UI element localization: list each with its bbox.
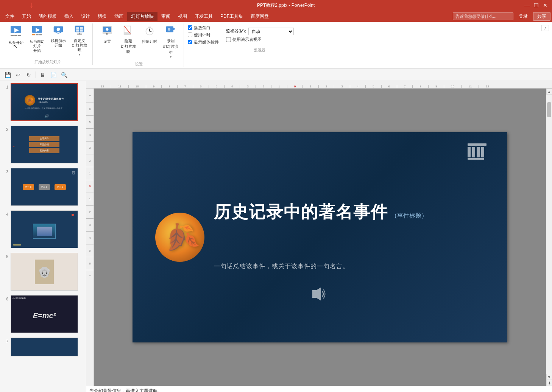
settings-button[interactable]: 设置 xyxy=(97,23,117,46)
slide-num-2: 2 xyxy=(3,126,8,132)
hide-slide-icon xyxy=(123,25,134,38)
online-present-button[interactable]: 联机演示开始 xyxy=(48,23,68,49)
checkbox-group: 播放旁白 使用计时 显示媒体控件 xyxy=(188,23,219,46)
slide-thumb-2[interactable]: 2 公司简介 产品介绍 案例内容 • xyxy=(0,123,86,166)
cursor-indicator: ↖ xyxy=(13,43,18,50)
close-button[interactable]: ✕ xyxy=(541,2,549,8)
menu-pdf[interactable]: PDF工具集 xyxy=(217,12,247,21)
menu-devtools[interactable]: 开发工具 xyxy=(191,12,217,21)
checkbox-playback[interactable] xyxy=(188,25,192,30)
checkbox-playback-label[interactable]: 播放旁白 xyxy=(188,25,219,31)
menu-design[interactable]: 设计 xyxy=(77,12,94,21)
svg-marker-40 xyxy=(312,288,321,300)
settings-label: 设置 xyxy=(103,39,111,44)
notes-area[interactable]: 先介绍背景信息，再进入主题讲解。 xyxy=(86,386,552,392)
svg-point-22 xyxy=(106,28,109,31)
record-icon xyxy=(165,25,176,38)
minimize-button[interactable]: — xyxy=(523,2,531,8)
window-controls: — ❐ ✕ xyxy=(523,2,549,8)
annotation-arrow2: ↑ xyxy=(29,1,34,11)
slide-thumb-4[interactable]: 4 xyxy=(0,208,86,250)
svg-rect-9 xyxy=(39,34,42,35)
login-button[interactable]: 登录 xyxy=(516,12,530,20)
record-button[interactable]: 录制幻灯片演示 ▼ xyxy=(161,23,181,60)
slide-tagline: 一句话总结该事件，或关于该事件的一句名言。 xyxy=(214,263,349,271)
slide-preview-6: 此处图片的标题 E=mc² xyxy=(11,295,78,333)
ribbon-collapse-button[interactable]: ∧ xyxy=(541,25,549,31)
slide-num-6: 6 xyxy=(3,295,8,301)
slide-thumb-7[interactable]: 7 xyxy=(0,335,86,356)
presenter-view-checkbox[interactable] xyxy=(226,37,231,42)
record-label: 录制幻灯片演示 xyxy=(162,39,180,54)
svg-point-11 xyxy=(57,28,60,31)
svg-rect-4 xyxy=(18,35,21,36)
slide-thumb-1[interactable]: 1 🍂 历史记录中的著名事件 （事件标题） 一句话总结该事件，或关于该事件的一句… xyxy=(0,81,86,123)
qa-btn5[interactable]: 📄 xyxy=(49,70,58,79)
slide-background: 🍂 历史记录中的著名事件 （事件标题） 一句话总结该事件，或关于该事件的一句名言… xyxy=(133,132,507,342)
restore-button[interactable]: ❐ xyxy=(532,2,540,8)
menu-start[interactable]: 开始 xyxy=(18,12,35,21)
menu-insert[interactable]: 插入 xyxy=(61,12,77,21)
checkbox-media[interactable] xyxy=(188,40,192,44)
menu-baidu[interactable]: 百度网盘 xyxy=(247,12,273,21)
save-button[interactable]: 💾 xyxy=(3,70,12,79)
share-button[interactable]: 共享 xyxy=(533,12,550,21)
menu-transition[interactable]: 切换 xyxy=(94,12,111,21)
menu-template[interactable]: 我的模板 xyxy=(35,12,61,21)
slide-num-3: 3 xyxy=(3,168,8,174)
qa-btn4[interactable]: 🖥 xyxy=(38,70,47,79)
svg-rect-13 xyxy=(76,27,79,30)
quick-access-bar: 💾 ↩ ↻ 🖥 📄 🔍 xyxy=(0,69,552,81)
slide-thumb-6[interactable]: 6 此处图片的标题 E=mc² xyxy=(0,293,86,335)
ribbon-group3-content: 播放旁白 使用计时 显示媒体控件 xyxy=(188,23,219,51)
from-current-button[interactable]: 从当前幻灯片开始 xyxy=(27,23,47,54)
svg-rect-14 xyxy=(80,27,83,30)
slide-canvas[interactable]: 🍂 历史记录中的著名事件 （事件标题） 一句话总结该事件，或关于该事件的一句名言… xyxy=(133,132,507,342)
slide-num-1: 1 xyxy=(3,83,8,89)
checkbox-timing-label[interactable]: 使用计时 xyxy=(188,32,219,38)
scroll-thumb[interactable] xyxy=(547,102,551,117)
slide-thumb-5[interactable]: 5 👴 xyxy=(0,250,86,293)
vertical-scrollbar: ▲ ▼ ⬇ xyxy=(546,89,552,386)
monitor-group: 监视器(M): 自动 使用演示者视图 xyxy=(226,23,294,46)
monitor-row: 监视器(M): 自动 xyxy=(226,28,294,35)
main-layout: 1 🍂 历史记录中的著名事件 （事件标题） 一句话总结该事件，或关于该事件的一句… xyxy=(0,81,552,392)
custom-show-button[interactable]: 自定义幻灯片放映 ▼ xyxy=(70,23,89,58)
menu-bar: 文件 开始 我的模板 插入 设计 切换 动画 幻灯片放映 审阅 视图 开发工具 … xyxy=(0,11,552,22)
svg-rect-35 xyxy=(468,147,471,157)
monitor-select[interactable]: 自动 xyxy=(248,28,294,35)
menu-slideshow[interactable]: 幻灯片放映 xyxy=(127,12,157,21)
ribbon-group4-label: 监视器 xyxy=(254,48,265,53)
svg-rect-17 xyxy=(77,34,79,35)
slide-main-title: 历史记录中的著名事件 xyxy=(214,201,388,223)
timing-label: 排练计时 xyxy=(142,39,157,44)
scroll-bottom-button[interactable]: ⬇ xyxy=(546,380,552,386)
qa-btn6[interactable]: 🔍 xyxy=(59,70,69,79)
undo-button[interactable]: ↩ xyxy=(14,70,23,79)
checkbox-media-label[interactable]: 显示媒体控件 xyxy=(188,39,219,45)
timing-button[interactable]: 排练计时 xyxy=(140,23,159,46)
redo-button[interactable]: ↻ xyxy=(24,70,33,79)
menu-view[interactable]: 视图 xyxy=(174,12,191,21)
svg-point-33 xyxy=(168,28,170,31)
slide-canvas-wrapper: 🍂 历史记录中的著名事件 （事件标题） 一句话总结该事件，或关于该事件的一句名言… xyxy=(94,89,546,386)
checkbox-timing[interactable] xyxy=(188,33,192,37)
slide-circle-image: 🍂 xyxy=(155,213,204,262)
scroll-up-button[interactable]: ▲ xyxy=(546,89,552,95)
ribbon-group2-content: 设置 隐藏幻灯片放映 排练计时 录制幻灯片演示 ▼ xyxy=(97,23,181,60)
slide-subtitle-paren: （事件标题） xyxy=(391,212,427,220)
timing-icon xyxy=(144,25,155,38)
slide-thumb-3[interactable]: 3 第一页 → 第二页 → 第三页 🖼 xyxy=(0,166,86,208)
search-input[interactable] xyxy=(453,12,513,20)
ribbon-group2-label: 设置 xyxy=(135,62,143,67)
from-current-label: 从当前幻灯片开始 xyxy=(28,39,46,53)
from-start-button[interactable]: 从头开始 ↖ xyxy=(6,23,26,47)
scroll-down-button[interactable]: ▼ xyxy=(546,374,552,380)
menu-review[interactable]: 审阅 xyxy=(157,12,174,21)
checkbox-playback-text: 播放旁白 xyxy=(194,25,211,31)
hide-slide-button[interactable]: 隐藏幻灯片放映 xyxy=(119,23,138,56)
content-area: 12 11 10 9 8 7 6 5 4 3 2 1 0 1 2 3 4 xyxy=(86,81,552,392)
ruler-vertical: 7 6 5 4 3 2 1 0 1 2 3 4 5 6 7 xyxy=(86,89,94,386)
menu-file[interactable]: 文件 xyxy=(2,12,18,21)
menu-animation[interactable]: 动画 xyxy=(111,12,127,21)
